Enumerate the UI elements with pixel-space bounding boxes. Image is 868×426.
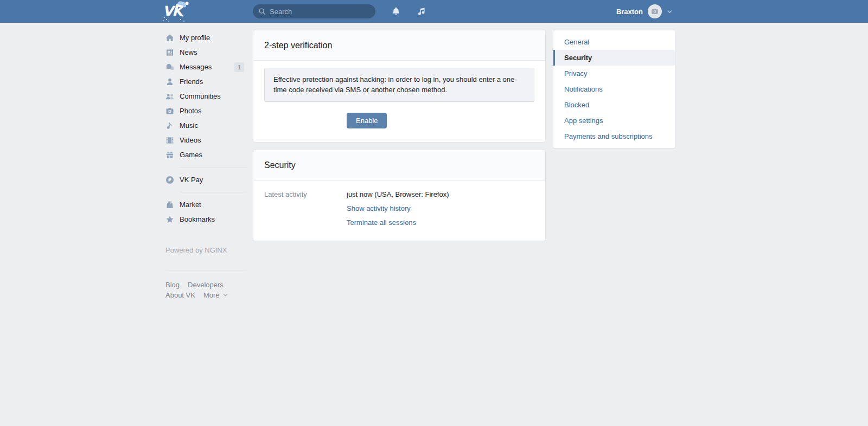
footer-link-about-vk[interactable]: About VK: [165, 290, 195, 300]
settings-nav: General Security Privacy Notifications B…: [553, 30, 675, 149]
card-title: Security: [253, 150, 545, 180]
sidebar-item-messages[interactable]: Messages 1: [160, 60, 247, 74]
sidebar-item-label: Messages: [180, 63, 212, 71]
avatar: [648, 4, 662, 18]
powered-by-text: Powered by NGINX: [165, 246, 247, 254]
terminate-all-sessions-link[interactable]: Terminate all sessions: [347, 218, 416, 228]
settings-tab-blocked[interactable]: Blocked: [553, 97, 675, 113]
user-menu[interactable]: Braxton: [616, 0, 673, 23]
chevron-down-icon: [223, 293, 228, 298]
chevron-down-icon: [667, 9, 673, 15]
sidebar-item-label: Music: [180, 121, 198, 130]
music-note-icon[interactable]: [417, 7, 426, 16]
main-content: 2-step verification Effective protection…: [253, 30, 546, 241]
svg-text:₽: ₽: [168, 177, 171, 183]
sidebar-item-label: Photos: [180, 107, 201, 115]
sidebar-item-photos[interactable]: Photos: [160, 104, 247, 118]
settings-tab-notifications[interactable]: Notifications: [553, 81, 675, 97]
footer-link-more[interactable]: More: [203, 290, 220, 300]
two-step-verification-card: 2-step verification Effective protection…: [253, 30, 546, 143]
settings-tab-app-settings[interactable]: App settings: [553, 113, 675, 128]
sidebar-item-market[interactable]: Market: [160, 197, 247, 212]
gift-icon: [165, 151, 174, 159]
sidebar-item-bookmarks[interactable]: Bookmarks: [160, 212, 247, 227]
latest-activity-value: just now (USA, Browser: Firefox): [347, 190, 449, 199]
sidebar-item-communities[interactable]: Communities: [160, 89, 247, 104]
sidebar-item-label: Market: [180, 201, 201, 209]
footer-link-developers[interactable]: Developers: [188, 280, 224, 290]
film-icon: [165, 136, 174, 145]
menu-divider: [180, 167, 247, 167]
top-bar: VK Braxton: [0, 0, 868, 23]
sidebar-item-label: Bookmarks: [180, 215, 215, 223]
menu-divider: [180, 192, 247, 192]
bell-icon[interactable]: [391, 7, 401, 16]
left-sidebar: My profile News Messages 1 Friends Commu…: [160, 23, 247, 300]
search-bar: [253, 4, 375, 18]
sidebar-item-my-profile[interactable]: My profile: [160, 30, 247, 45]
settings-tab-general[interactable]: General: [553, 34, 675, 50]
snow-dots-decoration: [164, 17, 165, 18]
camera-icon: [651, 8, 659, 15]
santa-hat-icon: [177, 1, 187, 8]
verification-description: Effective protection against hacking: in…: [264, 68, 534, 102]
photo-camera-icon: [165, 107, 174, 115]
settings-tab-payments[interactable]: Payments and subscriptions: [553, 128, 675, 144]
latest-activity-label: Latest activity: [264, 190, 347, 199]
sidebar-item-label: My profile: [180, 34, 210, 42]
sidebar-item-vk-pay[interactable]: ₽ VK Pay: [160, 172, 247, 187]
messages-count-badge: 1: [234, 62, 244, 72]
main-menu: My profile News Messages 1 Friends Commu…: [160, 23, 247, 227]
search-input[interactable]: [270, 8, 362, 16]
settings-tab-security[interactable]: Security: [553, 50, 675, 66]
card-title: 2-step verification: [253, 30, 545, 61]
star-icon: [165, 215, 174, 224]
security-card: Security Latest activity just now (USA, …: [253, 150, 546, 241]
footer-link-blog[interactable]: Blog: [165, 280, 180, 290]
sidebar-item-label: Friends: [180, 78, 203, 86]
vk-logo[interactable]: VK: [163, 3, 188, 21]
user-name: Braxton: [616, 8, 643, 16]
home-icon: [165, 34, 174, 42]
sidebar-item-news[interactable]: News: [160, 45, 247, 60]
sidebar-item-music[interactable]: Music: [160, 118, 247, 133]
music-note-icon: [165, 121, 174, 130]
sidebar-item-label: VK Pay: [180, 176, 203, 184]
sidebar-item-label: Videos: [180, 136, 201, 144]
shopping-bag-icon: [165, 201, 174, 209]
sidebar-item-label: Communities: [180, 92, 221, 100]
sidebar-item-label: Games: [180, 151, 202, 159]
news-icon: [165, 48, 174, 57]
show-activity-history-link[interactable]: Show activity history: [347, 204, 411, 214]
sidebar-item-friends[interactable]: Friends: [160, 74, 247, 89]
communities-icon: [165, 92, 174, 101]
friend-icon: [165, 78, 174, 86]
sidebar-item-videos[interactable]: Videos: [160, 133, 247, 147]
footer-divider: [165, 270, 247, 270]
ruble-circle-icon: ₽: [165, 176, 174, 184]
footer-links: Blog Developers About VK More: [165, 280, 247, 300]
messages-icon: [165, 63, 174, 72]
enable-button[interactable]: Enable: [347, 113, 387, 128]
search-icon: [258, 8, 266, 15]
sidebar-item-label: News: [180, 48, 197, 56]
settings-tab-privacy[interactable]: Privacy: [553, 66, 675, 81]
sidebar-item-games[interactable]: Games: [160, 147, 247, 162]
